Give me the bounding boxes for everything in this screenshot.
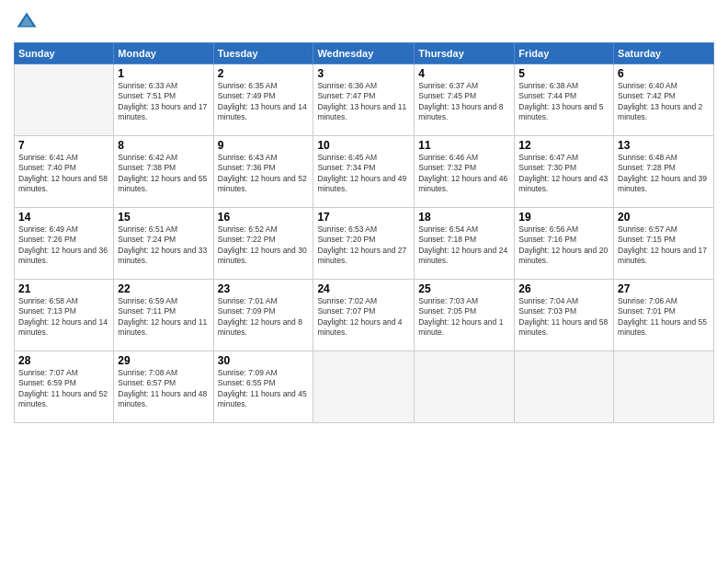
calendar-cell: 21 Sunrise: 6:58 AMSunset: 7:13 PMDaylig… — [15, 280, 114, 351]
calendar-cell: 22 Sunrise: 6:59 AMSunset: 7:11 PMDaylig… — [114, 280, 213, 351]
day-info: Sunrise: 6:49 AMSunset: 7:26 PMDaylight:… — [18, 224, 109, 267]
day-info: Sunrise: 7:07 AMSunset: 6:59 PMDaylight:… — [18, 368, 109, 410]
day-number: 10 — [317, 139, 410, 152]
calendar-cell: 5 Sunrise: 6:38 AMSunset: 7:44 PMDayligh… — [515, 64, 614, 136]
day-number: 20 — [618, 211, 710, 224]
day-number: 23 — [218, 282, 310, 295]
day-number: 12 — [518, 139, 609, 152]
day-number: 16 — [218, 211, 310, 224]
week-row-3: 14 Sunrise: 6:49 AMSunset: 7:26 PMDaylig… — [15, 208, 714, 280]
week-row-1: 1 Sunrise: 6:33 AMSunset: 7:51 PMDayligh… — [15, 64, 714, 136]
day-number: 21 — [18, 282, 109, 295]
calendar-cell: 27 Sunrise: 7:06 AMSunset: 7:01 PMDaylig… — [614, 280, 714, 351]
calendar-cell: 26 Sunrise: 7:04 AMSunset: 7:03 PMDaylig… — [515, 280, 614, 351]
day-info: Sunrise: 6:46 AMSunset: 7:32 PMDaylight:… — [418, 153, 510, 195]
day-info: Sunrise: 6:41 AMSunset: 7:40 PMDaylight:… — [18, 153, 109, 195]
day-info: Sunrise: 6:56 AMSunset: 7:16 PMDaylight:… — [518, 224, 609, 267]
calendar-header-row: SundayMondayTuesdayWednesdayThursdayFrid… — [15, 43, 714, 64]
day-number: 28 — [18, 354, 109, 367]
calendar-cell: 4 Sunrise: 6:37 AMSunset: 7:45 PMDayligh… — [415, 64, 515, 136]
calendar-cell: 17 Sunrise: 6:53 AMSunset: 7:20 PMDaylig… — [313, 208, 415, 280]
logo-icon — [14, 9, 40, 35]
day-info: Sunrise: 6:58 AMSunset: 7:13 PMDaylight:… — [18, 296, 109, 339]
day-info: Sunrise: 6:43 AMSunset: 7:36 PMDaylight:… — [218, 153, 310, 195]
day-info: Sunrise: 7:06 AMSunset: 7:01 PMDaylight:… — [618, 296, 710, 339]
calendar-cell: 6 Sunrise: 6:40 AMSunset: 7:42 PMDayligh… — [614, 64, 714, 136]
week-row-5: 28 Sunrise: 7:07 AMSunset: 6:59 PMDaylig… — [15, 351, 714, 423]
day-number: 8 — [118, 139, 209, 152]
day-info: Sunrise: 6:33 AMSunset: 7:51 PMDaylight:… — [118, 81, 209, 123]
day-header-monday: Monday — [114, 43, 213, 64]
day-info: Sunrise: 6:37 AMSunset: 7:45 PMDaylight:… — [418, 81, 510, 123]
calendar-cell: 23 Sunrise: 7:01 AMSunset: 7:09 PMDaylig… — [213, 280, 313, 351]
day-number: 17 — [317, 211, 410, 224]
day-number: 15 — [118, 211, 209, 224]
calendar-cell: 20 Sunrise: 6:57 AMSunset: 7:15 PMDaylig… — [614, 208, 714, 280]
day-number: 1 — [118, 67, 209, 80]
day-header-sunday: Sunday — [15, 43, 114, 64]
calendar-cell: 16 Sunrise: 6:52 AMSunset: 7:22 PMDaylig… — [213, 208, 313, 280]
calendar-cell: 10 Sunrise: 6:45 AMSunset: 7:34 PMDaylig… — [313, 136, 415, 208]
day-number: 27 — [618, 282, 710, 295]
calendar-cell — [415, 351, 515, 423]
day-number: 7 — [18, 139, 109, 152]
day-info: Sunrise: 7:09 AMSunset: 6:55 PMDaylight:… — [218, 368, 310, 410]
day-number: 4 — [418, 67, 510, 80]
day-number: 29 — [118, 354, 209, 367]
calendar-cell: 15 Sunrise: 6:51 AMSunset: 7:24 PMDaylig… — [114, 208, 213, 280]
calendar-cell: 28 Sunrise: 7:07 AMSunset: 6:59 PMDaylig… — [15, 351, 114, 423]
day-info: Sunrise: 6:40 AMSunset: 7:42 PMDaylight:… — [618, 81, 710, 123]
day-number: 19 — [518, 211, 609, 224]
day-info: Sunrise: 7:08 AMSunset: 6:57 PMDaylight:… — [118, 368, 209, 410]
day-info: Sunrise: 6:57 AMSunset: 7:15 PMDaylight:… — [618, 224, 710, 267]
day-number: 26 — [518, 282, 609, 295]
day-info: Sunrise: 7:04 AMSunset: 7:03 PMDaylight:… — [518, 296, 609, 339]
calendar-cell: 19 Sunrise: 6:56 AMSunset: 7:16 PMDaylig… — [515, 208, 614, 280]
day-info: Sunrise: 6:59 AMSunset: 7:11 PMDaylight:… — [118, 296, 209, 339]
calendar-cell: 14 Sunrise: 6:49 AMSunset: 7:26 PMDaylig… — [15, 208, 114, 280]
calendar-cell: 30 Sunrise: 7:09 AMSunset: 6:55 PMDaylig… — [213, 351, 313, 423]
calendar-cell: 11 Sunrise: 6:46 AMSunset: 7:32 PMDaylig… — [415, 136, 515, 208]
calendar-cell: 3 Sunrise: 6:36 AMSunset: 7:47 PMDayligh… — [313, 64, 415, 136]
page: SundayMondayTuesdayWednesdayThursdayFrid… — [0, 0, 728, 563]
day-info: Sunrise: 6:52 AMSunset: 7:22 PMDaylight:… — [218, 224, 310, 267]
day-info: Sunrise: 7:01 AMSunset: 7:09 PMDaylight:… — [218, 296, 310, 339]
calendar-cell: 29 Sunrise: 7:08 AMSunset: 6:57 PMDaylig… — [114, 351, 213, 423]
day-number: 13 — [618, 139, 710, 152]
calendar-cell — [15, 64, 114, 136]
day-info: Sunrise: 6:51 AMSunset: 7:24 PMDaylight:… — [118, 224, 209, 267]
day-header-thursday: Thursday — [415, 43, 515, 64]
header — [14, 9, 714, 35]
logo — [14, 9, 43, 35]
calendar-cell: 12 Sunrise: 6:47 AMSunset: 7:30 PMDaylig… — [515, 136, 614, 208]
day-number: 25 — [418, 282, 510, 295]
day-number: 11 — [418, 139, 510, 152]
day-info: Sunrise: 6:42 AMSunset: 7:38 PMDaylight:… — [118, 153, 209, 195]
day-info: Sunrise: 6:54 AMSunset: 7:18 PMDaylight:… — [418, 224, 510, 267]
day-number: 6 — [618, 67, 710, 80]
day-number: 14 — [18, 211, 109, 224]
calendar-cell: 13 Sunrise: 6:48 AMSunset: 7:28 PMDaylig… — [614, 136, 714, 208]
calendar-table: SundayMondayTuesdayWednesdayThursdayFrid… — [14, 42, 714, 423]
calendar-cell: 24 Sunrise: 7:02 AMSunset: 7:07 PMDaylig… — [313, 280, 415, 351]
day-info: Sunrise: 6:38 AMSunset: 7:44 PMDaylight:… — [518, 81, 609, 123]
day-number: 22 — [118, 282, 209, 295]
week-row-4: 21 Sunrise: 6:58 AMSunset: 7:13 PMDaylig… — [15, 280, 714, 351]
day-info: Sunrise: 7:02 AMSunset: 7:07 PMDaylight:… — [317, 296, 410, 339]
calendar-cell: 2 Sunrise: 6:35 AMSunset: 7:49 PMDayligh… — [213, 64, 313, 136]
calendar-cell — [614, 351, 714, 423]
day-number: 9 — [218, 139, 310, 152]
day-info: Sunrise: 6:53 AMSunset: 7:20 PMDaylight:… — [317, 224, 410, 267]
day-number: 5 — [518, 67, 609, 80]
day-info: Sunrise: 6:47 AMSunset: 7:30 PMDaylight:… — [518, 153, 609, 195]
day-header-wednesday: Wednesday — [313, 43, 415, 64]
calendar-cell — [515, 351, 614, 423]
day-header-saturday: Saturday — [614, 43, 714, 64]
day-number: 2 — [218, 67, 310, 80]
day-number: 30 — [218, 354, 310, 367]
week-row-2: 7 Sunrise: 6:41 AMSunset: 7:40 PMDayligh… — [15, 136, 714, 208]
calendar-cell — [313, 351, 415, 423]
day-number: 18 — [418, 211, 510, 224]
day-info: Sunrise: 6:35 AMSunset: 7:49 PMDaylight:… — [218, 81, 310, 123]
calendar-cell: 8 Sunrise: 6:42 AMSunset: 7:38 PMDayligh… — [114, 136, 213, 208]
